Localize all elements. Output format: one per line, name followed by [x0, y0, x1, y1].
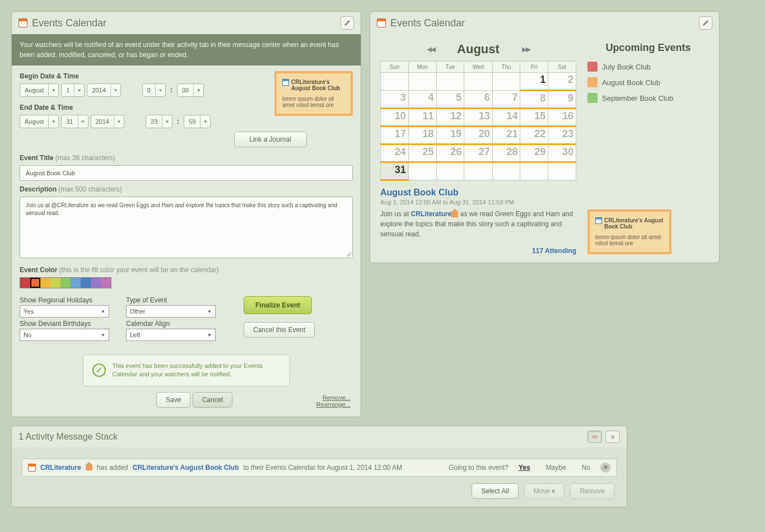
- user-link[interactable]: CRLiterature: [411, 210, 452, 218]
- event-preview-card: CRLiterature's August Book Club lorem ip…: [587, 209, 671, 254]
- move-button[interactable]: Move ▾: [524, 483, 565, 499]
- next-month-button[interactable]: ▶▶: [522, 45, 530, 53]
- color-swatch[interactable]: [50, 278, 60, 288]
- attending-link[interactable]: 117 Attending: [380, 247, 576, 255]
- begin-month-select[interactable]: August▼: [20, 83, 59, 97]
- calendar-day[interactable]: 10: [381, 109, 409, 127]
- calendar-day[interactable]: 3: [381, 91, 409, 109]
- dismiss-button[interactable]: ✕: [600, 463, 610, 473]
- rearrange-link[interactable]: Rearrange...: [316, 401, 351, 408]
- legend-item[interactable]: September Book Club: [587, 93, 709, 103]
- event-title-input[interactable]: August Book Club: [20, 165, 353, 181]
- month-label: August: [457, 42, 500, 57]
- calendar-day[interactable]: 12: [436, 109, 464, 127]
- calendar-day: [408, 162, 436, 180]
- rsvp-maybe[interactable]: Maybe: [546, 464, 566, 472]
- color-swatch[interactable]: [91, 278, 101, 288]
- begin-year-select[interactable]: 2014▼: [87, 83, 120, 97]
- calendar-day[interactable]: 25: [408, 144, 436, 162]
- cancel-button[interactable]: Cancel: [193, 392, 232, 408]
- select-all-button[interactable]: Select All: [472, 483, 518, 499]
- begin-min-select[interactable]: 00▼: [177, 83, 204, 97]
- calendar-day[interactable]: 9: [548, 91, 576, 109]
- begin-hour-select[interactable]: 0▼: [142, 83, 166, 97]
- info-banner: Your watchers will be notified of an eve…: [12, 34, 361, 66]
- event-title[interactable]: August Book Club: [380, 188, 576, 198]
- type-select[interactable]: Other▼: [126, 305, 216, 318]
- calendar-day[interactable]: 31: [381, 162, 409, 180]
- calendar-day[interactable]: 24: [381, 144, 409, 162]
- link-journal-button[interactable]: Link a Journal: [234, 132, 307, 147]
- calendar-day[interactable]: 16: [548, 109, 576, 127]
- begin-day-select[interactable]: 1▼: [61, 83, 85, 97]
- color-swatch[interactable]: [40, 278, 50, 288]
- panel-header: Events Calendar: [12, 12, 361, 34]
- color-swatch[interactable]: [71, 278, 81, 288]
- calendar-day[interactable]: 28: [492, 144, 520, 162]
- calendar-day[interactable]: 19: [436, 127, 464, 144]
- calendar-day: [548, 162, 576, 180]
- end-year-select[interactable]: 2014▼: [91, 115, 124, 128]
- calendar-day[interactable]: 29: [520, 144, 548, 162]
- calendar-day[interactable]: 26: [436, 144, 464, 162]
- event-preview-card: CRLiterature's August Book Club lorem ip…: [274, 71, 353, 116]
- cancel-event-button[interactable]: Cancel this Event: [244, 322, 315, 338]
- rsvp-no[interactable]: No: [582, 464, 590, 472]
- legend-label: September Book Club: [602, 94, 673, 102]
- day-header: Tue: [436, 62, 464, 73]
- color-label: Event Color (this is the fill color your…: [20, 266, 353, 274]
- calendar-day[interactable]: 23: [548, 127, 576, 144]
- calendar-day: [381, 73, 409, 91]
- edit-button[interactable]: [340, 16, 354, 30]
- end-hour-select[interactable]: 23▼: [146, 115, 172, 128]
- end-min-select[interactable]: 59▼: [184, 115, 211, 128]
- color-swatch[interactable]: [30, 278, 40, 288]
- calendar-day[interactable]: 15: [520, 109, 548, 127]
- view-compact-button[interactable]: ▭: [587, 431, 602, 443]
- remove-link[interactable]: Remove...: [316, 394, 351, 401]
- calendar-day[interactable]: 1: [520, 73, 548, 91]
- activity-row: CRLiterature has added CRLiterature's Au…: [22, 459, 617, 477]
- day-header: Mon: [408, 62, 436, 73]
- legend-item[interactable]: August Book Club: [587, 77, 709, 87]
- calendar-day[interactable]: 14: [492, 109, 520, 127]
- view-list-button[interactable]: ≡: [605, 431, 620, 443]
- prev-month-button[interactable]: ◀◀: [427, 45, 435, 53]
- calendar-day[interactable]: 7: [492, 91, 520, 109]
- description-textarea[interactable]: Join us at @CRLiterature as we read Gree…: [20, 197, 353, 258]
- color-swatch[interactable]: [81, 278, 91, 288]
- calendar-day: [492, 162, 520, 180]
- end-day-select[interactable]: 31▼: [61, 115, 88, 128]
- save-button[interactable]: Save: [156, 392, 190, 408]
- calendar-day[interactable]: 4: [408, 91, 436, 109]
- calendar-day[interactable]: 27: [464, 144, 492, 162]
- calendar-day[interactable]: 22: [520, 127, 548, 144]
- calendar-day[interactable]: 17: [381, 127, 409, 144]
- calendar-day[interactable]: 18: [408, 127, 436, 144]
- calendar-day[interactable]: 20: [464, 127, 492, 144]
- event-link[interactable]: CRLiterature's August Book Club: [133, 464, 239, 472]
- calendar-day[interactable]: 5: [436, 91, 464, 109]
- calendar-day[interactable]: 6: [464, 91, 492, 109]
- calendar-day[interactable]: 21: [492, 127, 520, 144]
- end-month-select[interactable]: August▼: [20, 115, 59, 128]
- align-select[interactable]: Left▼: [126, 329, 216, 341]
- events-view-panel: Events Calendar ◀◀ August ▶▶ SunMonTueWe…: [370, 11, 720, 263]
- color-swatch[interactable]: [101, 278, 111, 288]
- calendar-day[interactable]: 11: [408, 109, 436, 127]
- calendar-day[interactable]: 30: [548, 144, 576, 162]
- calendar-day[interactable]: 8: [520, 91, 548, 109]
- color-swatch[interactable]: [60, 278, 71, 288]
- birthdays-select[interactable]: No▼: [20, 329, 109, 341]
- user-link[interactable]: CRLiterature: [40, 464, 81, 472]
- calendar-day[interactable]: 13: [464, 109, 492, 127]
- rsvp-yes[interactable]: Yes: [519, 464, 530, 472]
- finalize-button[interactable]: Finalize Event: [244, 296, 312, 314]
- calendar-day: [436, 162, 464, 180]
- calendar-day[interactable]: 2: [548, 73, 576, 91]
- edit-button[interactable]: [699, 16, 712, 30]
- legend-item[interactable]: July Book Club: [587, 62, 709, 72]
- color-swatch[interactable]: [20, 278, 30, 288]
- holidays-select[interactable]: Yes▼: [20, 305, 109, 318]
- remove-button[interactable]: Remove: [570, 483, 614, 499]
